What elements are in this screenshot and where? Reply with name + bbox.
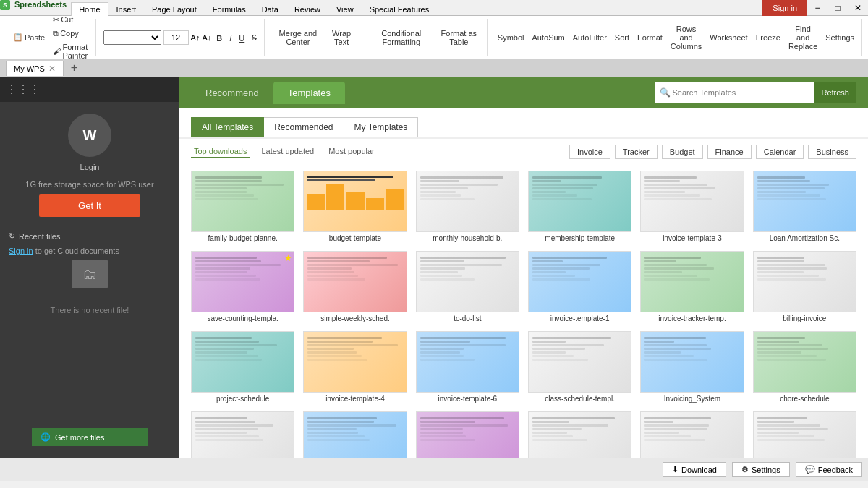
template-item[interactable]: membership-template [528, 171, 631, 242]
tab-label: My WPS [14, 64, 45, 73]
template-thumbnail [416, 411, 519, 458]
cut-button[interactable]: ✂ Cut [50, 14, 90, 26]
get-more-files-button[interactable]: 🌐 Get more files [32, 428, 148, 446]
template-item[interactable]: Invoicing_System [640, 331, 744, 403]
copy-button[interactable]: ⧉ Copy [50, 27, 90, 40]
template-item[interactable]: Project_Management [303, 411, 407, 458]
sort-button[interactable]: Sort [612, 32, 632, 43]
minimize-button[interactable]: − [807, 0, 827, 16]
template-thumbnail [528, 411, 631, 458]
tab-close-icon[interactable]: ✕ [48, 64, 56, 74]
template-item[interactable]: template-23 [640, 411, 744, 458]
add-tab-button[interactable]: + [67, 61, 82, 74]
template-item[interactable]: invoice-template-4 [303, 331, 407, 403]
merge-center-button[interactable]: Merge and Center [272, 27, 323, 48]
cat-calendar[interactable]: Calendar [756, 145, 804, 159]
find-replace-button[interactable]: Find and Replace [786, 23, 820, 52]
menu-icon[interactable]: ⋮⋮⋮ [6, 82, 41, 96]
freeze-button[interactable]: Freeze [753, 32, 783, 43]
template-item[interactable]: billing-invoice [753, 251, 856, 322]
template-item[interactable]: chore-schedule [753, 331, 856, 403]
template-thumbnail [416, 171, 519, 232]
cat-finance[interactable]: Finance [707, 145, 752, 159]
symbol-button[interactable]: Symbol [495, 32, 527, 43]
template-item[interactable]: invoice-tracker-temp. [640, 251, 744, 322]
template-item[interactable]: invoice-template-6 [416, 331, 519, 403]
rows-columns-button[interactable]: Rows and Columns [668, 23, 705, 52]
ribbon-tab-page-layout[interactable]: Page Layout [144, 2, 205, 16]
ribbon-tab-data[interactable]: Data [254, 2, 286, 16]
sub-filter-latest[interactable]: Latest updated [258, 145, 317, 158]
template-item[interactable]: template-22 [528, 411, 631, 458]
search-input[interactable] [655, 82, 814, 103]
conditional-format-button[interactable]: Conditional Formatting [370, 27, 433, 48]
template-item[interactable]: simple-weekly-sched. [303, 251, 407, 322]
format-painter-button[interactable]: 🖌 Format Painter [50, 41, 90, 61]
signin-button[interactable]: Sign in [762, 0, 807, 16]
sign-in-link[interactable]: Sign in [9, 247, 33, 255]
template-item[interactable]: project-schedule [191, 331, 294, 403]
sub-filter-top-downloads[interactable]: Top downloads [191, 145, 250, 158]
template-item[interactable]: ★ save-counting-templa. [191, 251, 294, 322]
template-item[interactable]: class-schedule-templ. [528, 331, 631, 403]
cat-business[interactable]: Business [808, 145, 856, 159]
ribbon-tab-view[interactable]: View [328, 2, 362, 16]
format-table-button[interactable]: Format as Table [435, 27, 482, 48]
italic-button[interactable]: I [226, 32, 234, 44]
paste-button[interactable]: 📋 Paste [10, 31, 48, 43]
template-item[interactable]: to-do-list [416, 251, 519, 322]
filter-all-templates[interactable]: All Templates [191, 117, 264, 137]
template-item[interactable]: invoice-template-3 [640, 171, 744, 242]
cat-budget[interactable]: Budget [662, 145, 703, 159]
settings-button[interactable]: Settings [822, 32, 857, 43]
format-button[interactable]: Format [634, 32, 665, 43]
recent-files-section: ↻ Recent files [0, 226, 179, 247]
feedback-button[interactable]: 💬 Feedback [796, 462, 862, 477]
ribbon-tab-insert[interactable]: Insert [109, 2, 145, 16]
settings-action-button[interactable]: ⚙ Settings [732, 462, 790, 477]
template-thumbnail [191, 171, 294, 232]
sub-filter-popular[interactable]: Most popular [326, 145, 378, 158]
underline-button[interactable]: U [236, 32, 247, 44]
filter-my-templates[interactable]: My Templates [344, 117, 419, 137]
worksheet-button[interactable]: Worksheet [707, 32, 750, 43]
cat-tracker[interactable]: Tracker [615, 145, 658, 159]
cat-invoice[interactable]: Invoice [569, 145, 610, 159]
strikethrough-button[interactable]: S̶ [249, 32, 260, 44]
autofilter-button[interactable]: AutoFilter [570, 32, 610, 43]
ribbon-tab-review[interactable]: Review [286, 2, 328, 16]
clipboard-group: 📋 Paste ✂ Cut ⧉ Copy 🖌 Format Painter [6, 19, 96, 56]
window-controls: − □ ✕ [807, 0, 868, 16]
template-item[interactable]: budget-template [303, 171, 407, 242]
refresh-button[interactable]: Refresh [814, 82, 856, 103]
download-button[interactable]: ⬇ Download [663, 462, 726, 477]
wrap-text-button[interactable]: Wrap Text [326, 27, 357, 48]
bold-button[interactable]: B [213, 32, 225, 44]
template-tab-templates[interactable]: Templates [273, 82, 345, 104]
font-size-input[interactable] [163, 30, 189, 45]
template-item[interactable]: invoice-template-1 [528, 251, 631, 322]
template-tab-recommend[interactable]: Recommend [191, 82, 273, 104]
ribbon-tab-special[interactable]: Special Features [362, 2, 438, 16]
template-item[interactable]: family-budget-planne. [191, 171, 294, 242]
template-item[interactable]: wedding-budget [416, 411, 519, 458]
font-size-down-button[interactable]: A↓ [202, 33, 211, 42]
template-item[interactable]: employee-schedule [191, 411, 294, 458]
filter-recommended[interactable]: Recommended [264, 117, 344, 137]
template-thumbnail [191, 331, 294, 393]
template-item[interactable]: template-24 [753, 411, 856, 458]
font-size-up-button[interactable]: A↑ [191, 33, 200, 42]
template-thumbnail [753, 411, 856, 458]
font-family-select[interactable] [103, 30, 161, 45]
format-painter-icon: 🖌 [53, 47, 61, 56]
refresh-icon[interactable]: ↻ [9, 231, 15, 241]
autosum-button[interactable]: AutoSum [529, 32, 568, 43]
maximize-button[interactable]: □ [827, 0, 848, 16]
template-item[interactable]: Loan Amortization Sc. [753, 171, 856, 242]
template-item[interactable]: monthly-household-b. [416, 171, 519, 242]
get-it-button[interactable]: Get It [39, 194, 140, 217]
template-thumbnail [303, 171, 407, 232]
ribbon-tab-formulas[interactable]: Formulas [205, 2, 254, 16]
close-button[interactable]: ✕ [848, 0, 868, 16]
file-tab-mywps[interactable]: My WPS ✕ [6, 61, 64, 76]
